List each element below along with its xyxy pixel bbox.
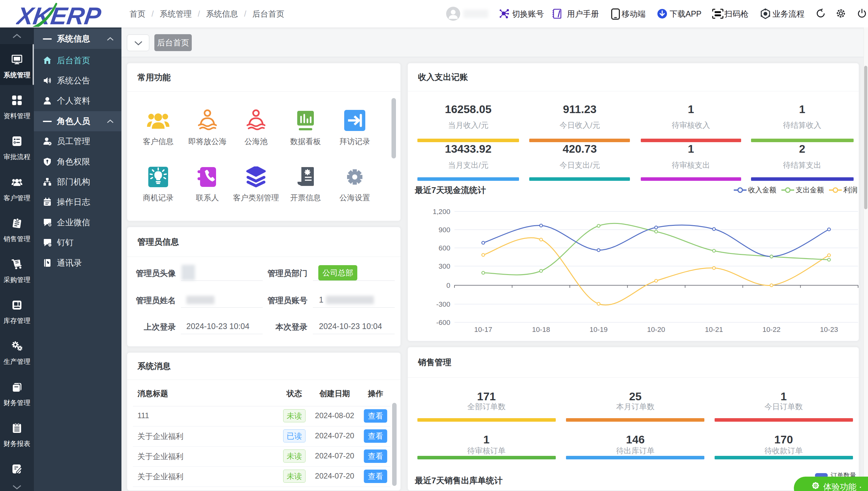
svg-text:10-19: 10-19 (590, 325, 608, 334)
svg-text:900: 900 (439, 226, 450, 234)
svg-text:XKERP: XKERP (16, 2, 103, 27)
svg-text:-600: -600 (436, 318, 450, 326)
svg-text:10-17: 10-17 (474, 325, 492, 334)
svg-text:0: 0 (446, 282, 450, 289)
svg-text:300: 300 (439, 262, 450, 270)
svg-text:10-20: 10-20 (647, 325, 665, 334)
svg-text:-300: -300 (436, 300, 450, 308)
svg-text:600: 600 (439, 244, 450, 252)
svg-text:10-18: 10-18 (532, 325, 550, 334)
svg-text:10-21: 10-21 (705, 325, 723, 334)
svg-text:10-23: 10-23 (820, 325, 838, 334)
svg-text:1,200: 1,200 (433, 208, 450, 215)
svg-text:10-22: 10-22 (762, 325, 780, 334)
